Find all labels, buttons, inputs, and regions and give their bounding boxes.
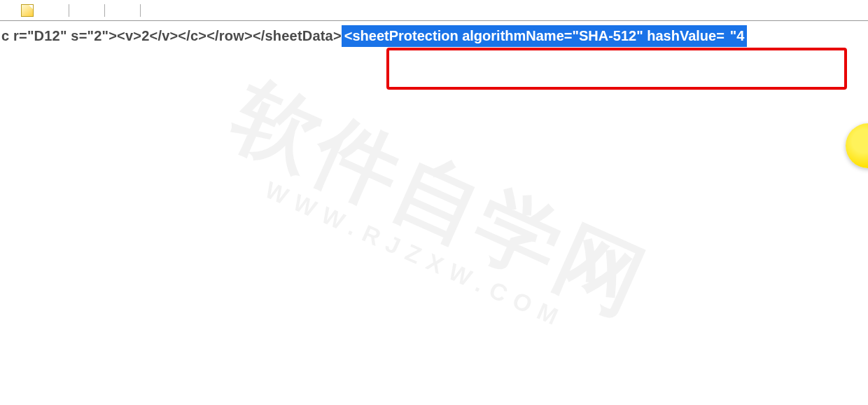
watermark-main: 软件自学网 (222, 71, 659, 327)
watermark: 软件自学网 WWW.RJZXW.COM (209, 71, 659, 355)
toolbar-sep-2 (104, 4, 105, 17)
toolbar (0, 0, 868, 21)
toolbar-sep-3 (140, 4, 141, 17)
watermark-sub: WWW.RJZXW.COM (209, 154, 622, 355)
editor-area[interactable]: 软件自学网 WWW.RJZXW.COM c r="D12" s="2"><v>2… (0, 21, 868, 405)
cursor-highlight-icon (846, 123, 868, 168)
xml-selected-text[interactable]: <sheetProtection algorithmName="SHA-512"… (342, 25, 727, 47)
code-line[interactable]: c r="D12" s="2"><v>2</v></c></row></shee… (1, 25, 868, 47)
highlight-rectangle (386, 48, 847, 90)
xml-plain-text[interactable]: c r="D12" s="2"><v>2</v></c></row></shee… (1, 27, 342, 46)
notepad-icon[interactable] (21, 4, 34, 17)
toolbar-sep-1 (69, 4, 69, 17)
xml-tail-text[interactable]: "4 (727, 25, 748, 47)
